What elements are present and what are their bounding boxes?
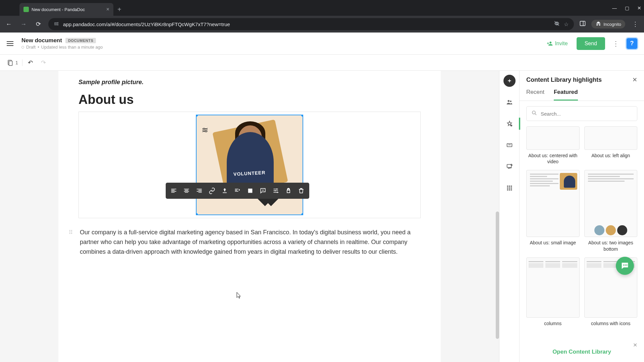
svg-rect-33: [509, 189, 510, 191]
comment-icon[interactable]: [257, 185, 269, 197]
reload-icon[interactable]: ⟳: [34, 20, 43, 28]
maximize-icon[interactable]: ▢: [625, 5, 629, 11]
svg-rect-6: [580, 21, 585, 25]
svg-rect-27: [509, 186, 510, 187]
variables-icon[interactable]: [503, 139, 516, 151]
scrollbar[interactable]: [496, 212, 499, 339]
recipients-icon[interactable]: [503, 96, 516, 108]
page-heading[interactable]: About us: [78, 93, 421, 107]
svg-rect-2: [54, 24, 57, 25]
library-item[interactable]: About us: centered with video: [526, 126, 580, 165]
app-header: New document DOCUMENTS Draft • Updated l…: [0, 33, 644, 55]
svg-point-19: [277, 192, 278, 193]
crop-icon[interactable]: [244, 185, 256, 197]
svg-rect-32: [507, 189, 508, 191]
close-tab-icon[interactable]: ×: [106, 6, 109, 12]
thumbnail: [526, 257, 580, 318]
settings-sliders-icon[interactable]: [270, 185, 282, 197]
align-center-icon[interactable]: [180, 185, 193, 197]
align-left-icon[interactable]: [168, 185, 180, 197]
resize-handle-br[interactable]: [301, 213, 303, 215]
resize-handle-tr[interactable]: [301, 115, 303, 117]
side-panel-icon[interactable]: [579, 20, 586, 28]
svg-point-23: [511, 125, 512, 126]
status-text: Draft: [26, 45, 36, 50]
item-label: About us: left align: [591, 153, 630, 159]
more-options-icon[interactable]: ⋮: [610, 37, 622, 50]
search-input[interactable]: [541, 111, 632, 117]
search-box[interactable]: [526, 106, 637, 121]
svg-rect-31: [511, 187, 512, 189]
signature-icon[interactable]: [503, 161, 516, 173]
svg-point-11: [71, 230, 72, 231]
invite-button[interactable]: Invite: [543, 38, 572, 49]
new-tab-button[interactable]: +: [117, 6, 121, 13]
minimize-icon[interactable]: —: [612, 5, 617, 11]
tab-featured[interactable]: Featured: [554, 89, 578, 101]
svg-point-14: [69, 233, 70, 234]
drag-handle-icon[interactable]: [68, 228, 73, 237]
document-canvas[interactable]: Sample profile picture. About us ≋ VOLUN…: [0, 71, 499, 362]
back-icon[interactable]: ←: [4, 21, 13, 28]
tab-recent[interactable]: Recent: [526, 89, 544, 101]
close-panel-icon[interactable]: ✕: [632, 76, 637, 83]
page-indicator[interactable]: 1: [7, 59, 22, 66]
browser-menu-icon[interactable]: ⋮: [631, 20, 640, 28]
open-content-library-link[interactable]: Open Content Library: [552, 349, 611, 355]
link-icon[interactable]: [206, 185, 218, 197]
library-item[interactable]: About us: left align: [584, 126, 638, 165]
item-label: columns with icons: [591, 320, 631, 326]
pandadoc-favicon: [23, 7, 29, 12]
incognito-badge[interactable]: Incognito: [591, 20, 625, 28]
svg-point-3: [57, 22, 58, 23]
selected-image[interactable]: ≋ VOLUNTEER: [196, 115, 303, 215]
add-content-icon[interactable]: [503, 75, 516, 87]
replace-image-icon[interactable]: [231, 185, 244, 197]
body-text-block[interactable]: Our company is a full-service digital ma…: [78, 226, 421, 258]
send-button[interactable]: Send: [577, 37, 605, 50]
resize-handle-bl[interactable]: [196, 213, 198, 215]
delete-icon[interactable]: [295, 185, 307, 197]
document-page[interactable]: Sample profile picture. About us ≋ VOLUN…: [58, 71, 441, 362]
thumb-photo: [560, 173, 577, 190]
lock-icon[interactable]: [282, 185, 294, 197]
align-right-icon[interactable]: [193, 185, 205, 197]
close-window-icon[interactable]: ✕: [637, 5, 641, 11]
redo-icon: ↷: [38, 58, 49, 68]
library-item[interactable]: About us: small image: [526, 170, 580, 252]
page-number: 1: [15, 60, 18, 65]
undo-icon[interactable]: ↶: [25, 58, 36, 68]
help-button[interactable]: ?: [627, 38, 637, 49]
svg-point-18: [275, 190, 276, 191]
bookmark-star-icon[interactable]: ☆: [564, 21, 569, 27]
hamburger-menu-icon[interactable]: [7, 40, 15, 48]
meta-separator: •: [38, 45, 39, 50]
browser-tab[interactable]: New document - PandaDoc ×: [19, 3, 113, 16]
site-settings-icon[interactable]: [54, 21, 59, 27]
image-caption[interactable]: Sample profile picture.: [78, 79, 421, 86]
right-toolbar-strip: [499, 71, 519, 362]
forward-icon: →: [19, 21, 28, 28]
library-item[interactable]: About us: two images bottom: [584, 170, 638, 252]
document-title[interactable]: New document: [21, 37, 62, 44]
document-info: New document DOCUMENTS Draft • Updated l…: [21, 37, 103, 50]
search-icon: [531, 110, 537, 117]
svg-point-36: [623, 264, 625, 266]
dismiss-link-icon[interactable]: ✕: [633, 342, 637, 348]
chat-support-bubble[interactable]: [616, 257, 634, 275]
status-dot-icon: [21, 46, 24, 49]
item-label: About us: small image: [530, 240, 576, 246]
panel-title: Content Library highlights: [526, 76, 602, 83]
svg-rect-29: [507, 187, 508, 189]
image-block[interactable]: ≋ VOLUNTEER: [78, 112, 421, 218]
item-label: About us: two images bottom: [584, 240, 638, 252]
svg-point-21: [507, 100, 509, 102]
content-library-icon[interactable]: [503, 118, 516, 130]
upload-icon[interactable]: [219, 185, 231, 197]
body-text[interactable]: Our company is a full-service digital ma…: [80, 229, 411, 255]
library-item[interactable]: columns: [526, 257, 580, 326]
visibility-off-icon[interactable]: [554, 20, 560, 28]
content-library-panel: Content Library highlights ✕ Recent Feat…: [519, 71, 644, 362]
apps-grid-icon[interactable]: [503, 182, 516, 194]
address-bar[interactable]: app.pandadoc.com/a/#/documents/2UzYiBKr8…: [48, 18, 574, 30]
